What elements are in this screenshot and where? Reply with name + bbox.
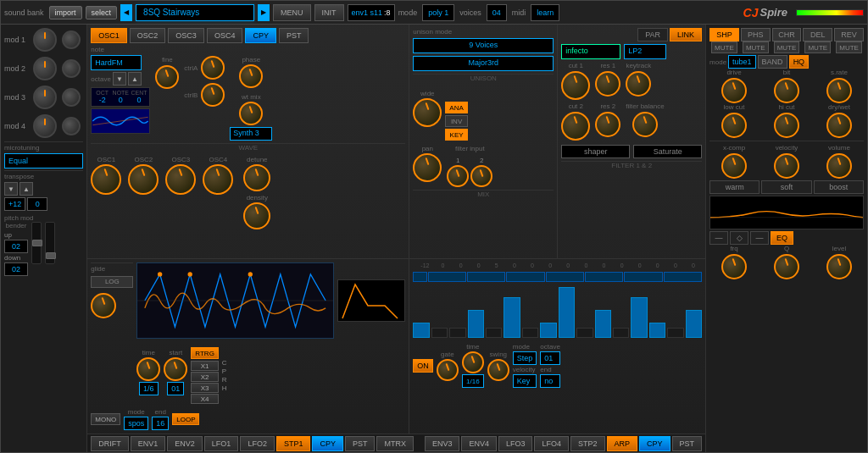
lfo4-tab[interactable]: LFO4 xyxy=(534,436,569,451)
filter-input1-knob[interactable] xyxy=(447,165,469,187)
step-mode-val[interactable]: Step xyxy=(513,351,537,365)
env4-tab[interactable]: ENV4 xyxy=(461,436,497,451)
lfo-start-knob[interactable] xyxy=(164,357,187,381)
osc-pst-tab[interactable]: PST xyxy=(279,28,309,43)
mod1-knob-b[interactable] xyxy=(62,30,81,49)
mod4-knob-b[interactable] xyxy=(62,117,81,135)
env-end-value[interactable]: 16 xyxy=(152,417,169,430)
ctrlb-knob[interactable] xyxy=(201,83,225,107)
stepbar-5[interactable] xyxy=(486,328,502,338)
shp-tab[interactable]: SHP xyxy=(709,28,739,41)
mute1-btn[interactable]: MUTE xyxy=(711,41,737,53)
stepbar-4[interactable] xyxy=(468,310,484,338)
osc2-multi-knob[interactable] xyxy=(128,164,159,195)
cpy-tab[interactable]: CPY xyxy=(312,436,343,451)
step-oct-val[interactable]: 01 xyxy=(540,351,560,365)
saturate-button[interactable]: Saturate xyxy=(633,145,702,158)
lfo1-tab[interactable]: LFO1 xyxy=(204,436,239,451)
mod3-knob-b[interactable] xyxy=(62,88,81,107)
mod2-knob[interactable] xyxy=(33,57,57,80)
loop-button[interactable]: LOOP xyxy=(172,413,199,425)
warm-button[interactable]: warm xyxy=(709,180,760,194)
eq-button[interactable]: EQ xyxy=(771,231,793,245)
osc3-multi-knob[interactable] xyxy=(165,164,196,195)
volume-knob[interactable] xyxy=(826,153,852,179)
mod-value[interactable]: 0 xyxy=(27,197,47,211)
pst2-tab[interactable]: PST xyxy=(672,436,703,451)
step-slider-2[interactable] xyxy=(428,272,466,282)
step-slider-8[interactable] xyxy=(664,272,702,282)
stepbar-13[interactable] xyxy=(631,297,647,338)
eq-hi-btn[interactable]: — xyxy=(750,231,769,245)
x3-btn[interactable]: X3 xyxy=(191,383,219,393)
step-slider-1[interactable] xyxy=(413,272,426,282)
stepbar-12[interactable] xyxy=(613,328,629,338)
osc2-tab[interactable]: OSC2 xyxy=(130,28,166,43)
filter2-display[interactable]: LP2 xyxy=(624,44,666,59)
stp2-tab[interactable]: STP2 xyxy=(570,436,605,451)
mute4-btn[interactable]: MUTE xyxy=(804,41,831,53)
mtrx-tab[interactable]: MTRX xyxy=(376,436,414,451)
env3-tab[interactable]: ENV3 xyxy=(425,436,460,451)
init-button[interactable]: INIT xyxy=(314,4,344,21)
eq-lo-btn[interactable]: — xyxy=(709,231,728,245)
chord-display[interactable]: Major3rd xyxy=(413,56,554,71)
srate-knob[interactable] xyxy=(826,78,852,103)
transpose-up-btn[interactable]: ▲ xyxy=(19,182,33,196)
osc-cpy-tab[interactable]: CPY xyxy=(245,28,276,43)
drift-tab[interactable]: DRIFT xyxy=(91,436,129,451)
voices-display[interactable]: 9 Voices xyxy=(413,38,554,53)
cut1-knob[interactable] xyxy=(561,71,590,100)
osc4-tab[interactable]: OSC4 xyxy=(207,28,243,43)
inv-btn[interactable]: INV xyxy=(445,115,467,127)
rtrg-button[interactable]: RTRG xyxy=(191,347,219,359)
stepbar-1[interactable] xyxy=(413,323,429,338)
fx-mode-display[interactable]: tube1 xyxy=(728,55,756,69)
ana-btn[interactable]: ANA xyxy=(445,102,467,113)
fine-knob[interactable] xyxy=(155,65,179,89)
par-button[interactable]: PAR xyxy=(637,28,668,41)
step-end-val[interactable]: no xyxy=(540,374,560,388)
drywet-knob[interactable] xyxy=(826,113,852,138)
step-slider-7[interactable] xyxy=(624,272,662,282)
del-tab[interactable]: DEL xyxy=(803,28,832,41)
mono-button[interactable]: MONO xyxy=(91,413,120,425)
boost-button[interactable]: boost xyxy=(814,180,864,194)
x2-btn[interactable]: X2 xyxy=(191,372,219,382)
lfo2-tab[interactable]: LFO2 xyxy=(240,436,275,451)
res1-knob[interactable] xyxy=(595,71,620,97)
stp1-tab[interactable]: STP1 xyxy=(276,436,311,451)
wide-knob[interactable] xyxy=(413,98,442,127)
swing-knob[interactable] xyxy=(487,359,509,381)
stepbar-10[interactable] xyxy=(576,328,593,338)
step-vel-val[interactable]: Key xyxy=(513,374,537,388)
step-slider-5[interactable] xyxy=(546,272,584,282)
step-time-val[interactable]: 1/16 xyxy=(462,374,484,388)
ctrla-knob[interactable] xyxy=(201,56,225,80)
import-button[interactable]: import xyxy=(49,6,82,19)
oct-up-btn[interactable]: ▲ xyxy=(128,72,142,86)
pan-knob[interactable] xyxy=(413,153,442,182)
stepbar-7[interactable] xyxy=(522,328,538,338)
lowcut-knob[interactable] xyxy=(721,113,747,138)
stepbar-8[interactable] xyxy=(540,323,556,338)
time-value[interactable]: 1/6 xyxy=(139,382,159,395)
keytrack-knob[interactable] xyxy=(626,71,651,97)
mute2-btn[interactable]: MUTE xyxy=(743,41,769,53)
hicut-knob[interactable] xyxy=(774,113,799,138)
lfo-time-knob[interactable] xyxy=(136,357,160,381)
oct-down-btn[interactable]: ▼ xyxy=(113,72,126,86)
stepbar-11[interactable] xyxy=(595,310,611,338)
wt-mix-knob[interactable] xyxy=(239,102,263,125)
mute5-btn[interactable]: MUTE xyxy=(836,41,862,53)
pitch-down-value[interactable]: 02 xyxy=(4,262,28,276)
step-slider-4[interactable] xyxy=(506,272,544,282)
mod2-knob-b[interactable] xyxy=(62,59,81,78)
bit-knob[interactable] xyxy=(774,78,799,103)
osc1-tab[interactable]: OSC1 xyxy=(91,28,127,43)
mod1-knob[interactable] xyxy=(33,28,57,52)
soft-button[interactable]: soft xyxy=(761,180,811,194)
start-value[interactable]: 01 xyxy=(167,382,184,395)
filter-input2-knob[interactable] xyxy=(470,165,492,187)
hq-button[interactable]: HQ xyxy=(789,55,810,69)
